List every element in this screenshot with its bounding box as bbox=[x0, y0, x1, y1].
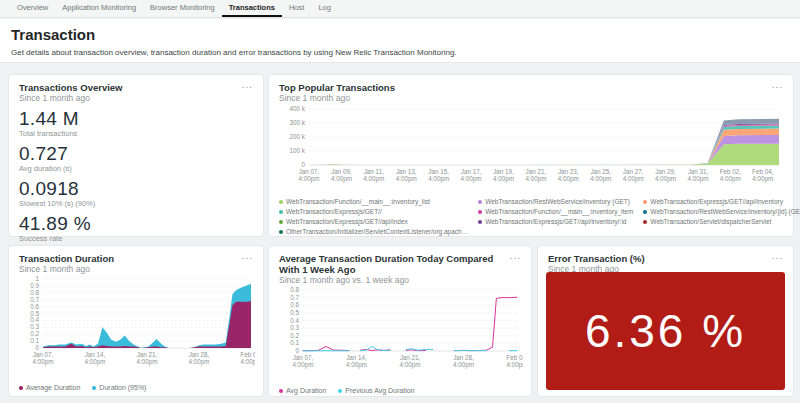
panel-subtitle: Since 1 month ago bbox=[19, 264, 253, 274]
panel-menu-icon[interactable]: ... bbox=[510, 250, 521, 261]
svg-text:Jan 14,: Jan 14, bbox=[85, 351, 106, 358]
svg-text:4:00pm: 4:00pm bbox=[461, 175, 482, 183]
svg-text:0: 0 bbox=[35, 344, 39, 351]
svg-text:0.5: 0.5 bbox=[30, 310, 39, 317]
panel-menu-icon[interactable]: ... bbox=[242, 79, 253, 90]
legend-item[interactable]: OtherTransaction/Initializer/ServletCont… bbox=[279, 228, 468, 236]
svg-text:4:00pm: 4:00pm bbox=[346, 361, 367, 369]
metric-label: Avg duration (s) bbox=[19, 164, 253, 173]
panel-subtitle: Since 1 month ago bbox=[279, 93, 783, 103]
chart-legend: Average DurationDuration (95%) bbox=[19, 384, 253, 392]
legend-column: WebTransaction/Expressjs/GET//api/invent… bbox=[643, 198, 800, 236]
legend-item[interactable]: WebTransaction/RestWebService/inventory … bbox=[478, 198, 633, 206]
panel-title: Transaction Duration bbox=[19, 253, 253, 264]
svg-text:0.7: 0.7 bbox=[290, 294, 299, 301]
legend-label: Previous Avg Duration bbox=[345, 387, 414, 395]
panel-transactions-overview: Transactions Overview Since 1 month ago … bbox=[8, 74, 264, 237]
legend-color-dot bbox=[279, 200, 283, 204]
svg-text:Jan 09,: Jan 09, bbox=[331, 168, 352, 175]
panel-avg-duration-comparison: Average Transaction Duration Today Compa… bbox=[268, 245, 532, 397]
svg-text:0: 0 bbox=[301, 161, 305, 168]
panel-menu-icon[interactable]: ... bbox=[242, 250, 253, 261]
legend-color-dot bbox=[643, 200, 647, 204]
svg-text:4:00pm: 4:00pm bbox=[363, 175, 384, 183]
legend-color-dot bbox=[92, 386, 96, 390]
legend-item[interactable]: Average Duration bbox=[19, 384, 80, 392]
svg-text:4:00pm: 4:00pm bbox=[687, 175, 708, 183]
panel-error-transaction: Error Transaction (%) Since 1 month ago … bbox=[537, 245, 794, 397]
legend-item[interactable]: WebTransaction/Servlet/dispatcherServlet bbox=[643, 218, 800, 226]
legend-item[interactable]: WebTransaction/Function/__main__:invento… bbox=[279, 198, 468, 206]
transaction-duration-chart[interactable]: 00.10.20.30.40.50.60.70.80.91Jan 07,4:00… bbox=[19, 274, 255, 378]
metric-value: 41.89 % bbox=[19, 213, 253, 234]
svg-text:0.7: 0.7 bbox=[30, 296, 39, 303]
legend-color-dot bbox=[478, 200, 482, 204]
svg-text:200 k: 200 k bbox=[290, 133, 306, 140]
legend-item[interactable]: WebTransaction/Expressjs/GET// bbox=[279, 208, 468, 216]
legend-label: WebTransaction/Servlet/dispatcherServlet bbox=[650, 218, 771, 226]
svg-text:4:00pm: 4:00pm bbox=[399, 361, 420, 369]
svg-text:4:00pm: 4:00pm bbox=[292, 361, 313, 369]
svg-text:0.3: 0.3 bbox=[30, 323, 39, 330]
tab-log[interactable]: Log bbox=[311, 0, 338, 17]
legend-label: WebTransaction/Expressjs/GET//api/invent… bbox=[485, 218, 626, 226]
svg-text:0.3: 0.3 bbox=[290, 324, 299, 331]
legend-color-dot bbox=[279, 230, 283, 234]
metric-block: 1.44 MTotal transactions bbox=[19, 108, 253, 138]
legend-item[interactable]: Avg Duration bbox=[279, 387, 326, 395]
svg-text:4:00pm: 4:00pm bbox=[493, 175, 514, 183]
svg-text:400 k: 400 k bbox=[290, 105, 306, 112]
legend-item[interactable]: WebTransaction/Expressjs/GET//api/invent… bbox=[643, 198, 800, 206]
svg-text:Jan 27,: Jan 27, bbox=[623, 168, 644, 175]
svg-text:4:00pm: 4:00pm bbox=[506, 361, 523, 369]
legend-label: Average Duration bbox=[26, 384, 80, 392]
tab-host[interactable]: Host bbox=[282, 0, 311, 17]
tab-browser-monitoring[interactable]: Browser Monitoring bbox=[143, 0, 222, 17]
legend-item[interactable]: Previous Avg Duration bbox=[338, 387, 414, 395]
legend-item[interactable]: WebTransaction/Expressjs/GET//api/invent… bbox=[478, 218, 633, 226]
svg-text:Feb 04,: Feb 04, bbox=[752, 168, 774, 175]
metric-label: Success rate bbox=[19, 234, 253, 243]
legend-label: WebTransaction/Expressjs/GET// bbox=[286, 208, 382, 216]
svg-text:0.2: 0.2 bbox=[290, 332, 299, 339]
legend-color-dot bbox=[279, 220, 283, 224]
svg-text:4:00pm: 4:00pm bbox=[298, 175, 319, 183]
tab-transactions[interactable]: Transactions bbox=[222, 0, 282, 17]
panel-transaction-duration: Transaction Duration Since 1 month ago .… bbox=[8, 245, 264, 397]
tab-overview[interactable]: Overview bbox=[10, 0, 55, 17]
page-title: Transaction bbox=[11, 26, 789, 43]
panel-menu-icon[interactable]: ... bbox=[772, 79, 783, 90]
legend-item[interactable]: WebTransaction/Function/__main__:invento… bbox=[478, 208, 633, 216]
svg-text:4:00pm: 4:00pm bbox=[331, 175, 352, 183]
svg-text:0.4: 0.4 bbox=[290, 317, 299, 324]
avg-duration-comparison-chart[interactable]: 00.10.20.30.40.50.60.70.8Jan 07,4:00pmJa… bbox=[279, 285, 523, 381]
legend-label: OtherTransaction/Initializer/ServletCont… bbox=[286, 228, 468, 236]
svg-text:0.2: 0.2 bbox=[30, 330, 39, 337]
svg-text:Jan 17,: Jan 17, bbox=[461, 168, 482, 175]
svg-text:Jan 19,: Jan 19, bbox=[493, 168, 514, 175]
panel-menu-icon[interactable]: ... bbox=[772, 250, 783, 261]
legend-label: WebTransaction/Expressjs/GET//api/index bbox=[286, 218, 408, 226]
svg-text:4:00pm: 4:00pm bbox=[396, 175, 417, 183]
svg-text:Jan 21,: Jan 21, bbox=[137, 351, 158, 358]
svg-text:0.6: 0.6 bbox=[30, 303, 39, 310]
metric-block: 41.89 %Success rate bbox=[19, 213, 253, 243]
tab-application-monitoring[interactable]: Application Monitoring bbox=[55, 0, 143, 17]
legend-item[interactable]: Duration (95%) bbox=[92, 384, 146, 392]
page-description: Get details about transaction overview, … bbox=[11, 48, 789, 57]
svg-text:4:00pm: 4:00pm bbox=[623, 175, 644, 183]
metric-value: 0.727 bbox=[19, 143, 253, 164]
panel-subtitle: Since 1 month ago vs. 1 week ago bbox=[279, 275, 521, 285]
legend-item[interactable]: WebTransaction/Expressjs/GET//api/index bbox=[279, 218, 468, 226]
legend-color-dot bbox=[279, 389, 283, 393]
legend-label: WebTransaction/RestWebService/inventory/… bbox=[650, 208, 800, 216]
panel-top-popular-transactions: Top Popular Transactions Since 1 month a… bbox=[268, 74, 794, 237]
panel-title: Average Transaction Duration Today Compa… bbox=[279, 253, 521, 275]
legend-label: Duration (95%) bbox=[99, 384, 146, 392]
metric-label: Total transactions bbox=[19, 129, 253, 138]
svg-text:Jan 25,: Jan 25, bbox=[590, 168, 611, 175]
legend-item[interactable]: WebTransaction/RestWebService/inventory/… bbox=[643, 208, 800, 216]
legend-label: WebTransaction/Function/__main__:invento… bbox=[485, 208, 633, 216]
svg-text:Feb 02,: Feb 02, bbox=[720, 168, 742, 175]
top-popular-transactions-chart[interactable]: 0100 k200 k300 k400 kJan 07,4:00pmJan 09… bbox=[279, 103, 785, 191]
